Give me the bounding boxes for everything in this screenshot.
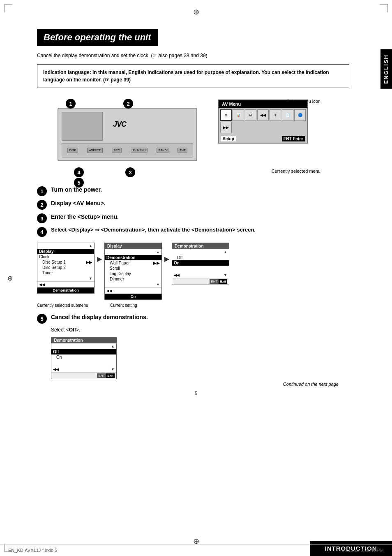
currently-selected-label: Currently selected menu — [272, 169, 321, 174]
subtitle-text: Cancel the display demonstration and set… — [37, 53, 355, 58]
step-1: 1 Turn on the power. — [37, 186, 355, 196]
display-menu-header: Display — [105, 243, 161, 249]
setup-down-arrow-row: ▼ — [37, 276, 94, 281]
demonstration-on-row[interactable]: On — [172, 260, 229, 266]
ent-btn[interactable]: ENT — [178, 148, 187, 153]
display-nav: ◀◀ — [105, 287, 161, 294]
arrow-connector-1: ▶ — [97, 255, 102, 263]
aspect-btn[interactable]: ASPECT — [87, 148, 103, 153]
callout-1: 1 — [66, 99, 76, 109]
step5-down-arrow: ◀◀ ▼ — [51, 366, 116, 372]
setup-display-row[interactable]: Display — [37, 249, 94, 254]
ent-label: ENT — [210, 279, 219, 284]
setup-disc1-row[interactable]: Disc Setup 1 ▶▶ — [37, 259, 94, 265]
step5-demonstration-menu: Demonstration ▲ Off On ◀◀ ▼ ENT Exit — [51, 337, 117, 379]
page-wrapper: ⊕ ⊕ ⊕ ENGLISH INTRODUCTION Before operat… — [0, 0, 392, 556]
step-4-text: Select <Display> ⇒ <Demonstration>, then… — [51, 227, 355, 233]
setup-clock-label: Clock — [39, 255, 49, 259]
av-icon-gear: ⚙ — [220, 109, 232, 121]
display-prev-icon[interactable]: ◀◀ — [106, 289, 112, 293]
display-wallpaper-label: Wall Paper — [106, 261, 130, 265]
demonstration-spacer — [172, 266, 229, 272]
step5-exit-label[interactable]: Exit — [106, 373, 115, 378]
step-5-section: 5 Cancel the display demonstrations. Sel… — [37, 313, 355, 379]
english-side-tab: ENGLISH — [380, 49, 392, 89]
step5-prev-icon[interactable]: ◀◀ — [53, 367, 59, 371]
callout-2: 2 — [123, 99, 133, 109]
menus-row: ▲ Display Clock Disc Setup 1 ▶▶ Disc Set… — [37, 243, 355, 300]
corner-tr — [380, 4, 388, 12]
setup-menu-box: ▲ Display Clock Disc Setup 1 ▶▶ Disc Set… — [37, 243, 95, 294]
av-icon-chart: 📊 — [233, 109, 244, 121]
demonstration-off-row[interactable]: Off — [172, 255, 229, 260]
setup-disc2-row[interactable]: Disc Setup 2 — [37, 265, 94, 270]
setup-menu-icon-label: Setup menu icon — [286, 99, 321, 104]
display-up-arrow: ▲ — [105, 249, 161, 255]
arrow-connector-2: ▶ — [164, 255, 169, 263]
setup-label: Setup — [221, 136, 236, 141]
display-scroll-row[interactable]: Scroll — [105, 266, 161, 271]
setup-disc1-label: Disc Setup 1 — [39, 260, 66, 264]
demonstration-menu-header: Demonstration — [172, 243, 229, 249]
av-icon-bt: 🔵 — [294, 109, 306, 121]
step-3: 3 Enter the <Setup> menu. — [37, 213, 355, 223]
av-icon-doc: 📄 — [282, 109, 293, 121]
display-tagdisplay-label: Tag Display — [106, 271, 131, 276]
display-on-bar: On — [105, 294, 161, 299]
display-ff-arrow: ▶▶ — [153, 261, 160, 265]
setup-demonstration-bar: Demonstration — [37, 287, 94, 293]
step-5-text: Cancel the display demonstrations. — [51, 313, 148, 322]
exit-label[interactable]: Exit — [219, 279, 227, 284]
unit-screen — [62, 112, 103, 141]
footer-bar: EN_KD-AVX11J-f.indb 5 06.12.21 3:28:49 P… — [0, 544, 392, 556]
av-icon-ff: ▶▶ — [220, 122, 232, 133]
disp-btn[interactable]: DISP — [67, 148, 78, 153]
menus-labels: Currently selected submenu Current setti… — [37, 303, 355, 308]
info-box: Indication language: In this manual, Eng… — [37, 64, 349, 88]
display-demonstration-label: Demonstration — [106, 255, 136, 260]
step5-on-row[interactable]: On — [51, 354, 116, 360]
setup-tuner-row[interactable]: Tuner — [37, 270, 94, 276]
av-icon-prev: ◀◀ — [257, 109, 269, 121]
setup-prev-icon[interactable]: ◀◀ — [39, 283, 45, 287]
main-content: Before operating the unit Cancel the dis… — [21, 12, 371, 415]
step5-ent-label: ENT — [97, 373, 106, 378]
step-4: 4 Select <Display> ⇒ <Demonstration>, th… — [37, 227, 355, 237]
step5-spacer — [51, 360, 116, 366]
device-diagram: DISP ASPECT SRC AV MENU BAND ENT 1 2 4 5… — [37, 95, 325, 182]
demonstration-menu-box: Demonstration ▲ Off On ◀◀ ▼ ENT Exit — [172, 243, 229, 285]
step5-up-arrow: ▲ — [51, 343, 116, 349]
page-title: Before operating the unit — [44, 32, 151, 43]
demonstration-up-arrow: ▲ — [172, 249, 229, 255]
compass-top: ⊕ — [193, 7, 199, 16]
src-btn[interactable]: SRC — [112, 148, 122, 153]
display-wallpaper-row[interactable]: Wall Paper ▶▶ — [105, 260, 161, 266]
av-icon-circle: ⊙ — [245, 109, 256, 121]
step5-off-row[interactable]: Off — [51, 349, 116, 354]
step-2-text: Display <AV Menu>. — [51, 199, 106, 208]
setup-tuner-label: Tuner — [39, 271, 53, 275]
enter-label: ENT Enter — [282, 136, 305, 141]
display-demonstration-row[interactable]: Demonstration — [105, 255, 161, 260]
jvc-logo: JVC — [113, 120, 126, 129]
callout-3: 3 — [125, 167, 135, 177]
step5-menu-header: Demonstration — [51, 337, 116, 343]
corner-tl — [4, 4, 12, 12]
av-menu-bottom: Setup ENT Enter — [219, 135, 307, 143]
step-1-circle: 1 — [37, 186, 47, 196]
info-box-text: Indication language: In this manual, Eng… — [43, 70, 329, 83]
display-dimmer-row[interactable]: Dimmer — [105, 276, 161, 282]
demonstration-prev-icon[interactable]: ◀◀ — [174, 273, 180, 277]
av-menu-icons: ⚙ 📊 ⊙ ◀◀ ☀ 📄 🔵 ▶▶ — [219, 108, 307, 135]
band-btn[interactable]: BAND — [157, 148, 168, 153]
setup-display-label: Display — [39, 249, 54, 254]
compass-left: ⊕ — [7, 274, 13, 282]
display-scroll-label: Scroll — [106, 266, 120, 271]
demonstration-off-label: Off — [174, 255, 182, 260]
av-menu-btn[interactable]: AV MENU — [131, 148, 148, 153]
callout-5: 5 — [74, 178, 84, 188]
display-tagdisplay-row[interactable]: Tag Display — [105, 271, 161, 276]
demonstration-down-arrow: ◀◀ ▼ — [172, 272, 229, 278]
setup-clock-row[interactable]: Clock — [37, 254, 94, 259]
step5-exit-bar: ENT Exit — [51, 372, 116, 379]
